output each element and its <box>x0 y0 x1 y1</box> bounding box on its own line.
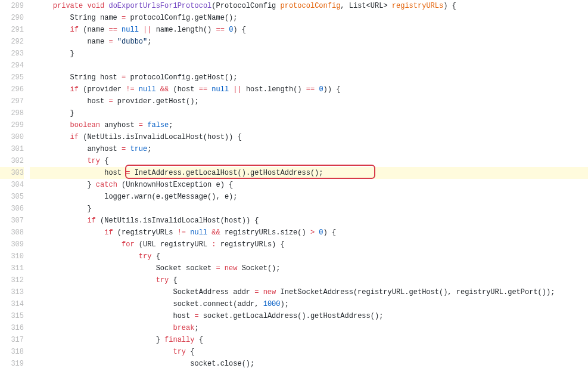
line-number[interactable]: 290 <box>0 12 24 24</box>
code-text: host = provider.getHost(); <box>30 97 199 106</box>
code-text: socket.connect(addr, 1000); <box>30 300 289 308</box>
code-line[interactable]: if (provider != null && (host == null ||… <box>30 84 588 95</box>
line-number[interactable]: 300 <box>0 131 24 143</box>
code-line[interactable]: try { <box>30 274 588 286</box>
line-number[interactable]: 302 <box>0 155 24 167</box>
code-text: } catch (UnknownHostException e) { <box>30 181 233 189</box>
code-text: try { <box>30 348 194 356</box>
code-line[interactable]: name = "dubbo"; <box>30 36 588 48</box>
code-text: } <box>30 109 74 117</box>
code-text: if (NetUtils.isInvalidLocalHost(host)) { <box>30 133 242 141</box>
line-number[interactable]: 308 <box>0 227 24 239</box>
code-line[interactable]: anyhost = true; <box>30 143 588 155</box>
code-line[interactable]: host = InetAddress.getLocalHost().getHos… <box>30 167 588 179</box>
code-line[interactable]: break; <box>30 322 588 334</box>
line-number[interactable]: 293 <box>0 48 24 60</box>
code-text: } <box>30 50 74 58</box>
code-text: socket.close(); <box>30 360 254 368</box>
line-number[interactable]: 296 <box>0 84 24 95</box>
line-number[interactable]: 303••• <box>0 167 24 179</box>
line-number[interactable]: 319 <box>0 358 24 368</box>
line-number[interactable]: 314 <box>0 298 24 310</box>
line-number[interactable]: 312 <box>0 274 24 286</box>
code-line[interactable]: SocketAddress addr = new InetSocketAddre… <box>30 286 588 298</box>
line-number[interactable]: 295 <box>0 72 24 84</box>
code-line[interactable]: } finally { <box>30 334 588 346</box>
code-text: name = "dubbo"; <box>30 38 151 46</box>
code-text: } finally { <box>30 336 203 344</box>
code-line[interactable]: try { <box>30 251 588 262</box>
code-text: anyhost = true; <box>30 145 151 153</box>
line-number[interactable]: 304 <box>0 179 24 191</box>
code-line[interactable]: } <box>30 203 588 215</box>
line-number[interactable]: 294 <box>0 60 24 72</box>
code-line[interactable]: if (registryURLs != null && registryURLs… <box>30 227 588 239</box>
code-line[interactable]: try { <box>30 155 588 167</box>
code-text: break; <box>30 324 199 332</box>
code-line[interactable]: Socket socket = new Socket(); <box>30 262 588 274</box>
code-text: private void doExportUrlsFor1Protocol(Pr… <box>30 2 456 10</box>
code-text: try { <box>30 276 178 284</box>
line-number[interactable]: 292 <box>0 36 24 48</box>
code-line[interactable]: } <box>30 48 588 60</box>
line-number[interactable]: 306 <box>0 203 24 215</box>
line-number[interactable]: 301 <box>0 143 24 155</box>
line-number[interactable]: 313 <box>0 286 24 298</box>
line-number[interactable]: 291 <box>0 24 24 36</box>
code-text: String name = protocolConfig.getName(); <box>30 14 238 22</box>
code-text: Socket socket = new Socket(); <box>30 264 281 273</box>
code-text: if (registryURLs != null && registryURLs… <box>30 228 336 237</box>
code-line[interactable] <box>30 60 588 72</box>
line-number[interactable]: 311 <box>0 262 24 274</box>
code-line[interactable]: if (NetUtils.isInvalidLocalHost(host)) { <box>30 215 588 227</box>
code-line[interactable]: logger.warn(e.getMessage(), e); <box>30 191 588 203</box>
code-line[interactable]: if (name == null || name.length() == 0) … <box>30 24 588 36</box>
line-number[interactable]: 307 <box>0 215 24 227</box>
code-text <box>30 61 36 70</box>
code-text: try { <box>30 252 160 261</box>
code-text: SocketAddress addr = new InetSocketAddre… <box>30 288 555 296</box>
line-number[interactable]: 310 <box>0 251 24 262</box>
code-line[interactable]: host = provider.getHost(); <box>30 95 588 107</box>
code-line[interactable]: if (NetUtils.isInvalidLocalHost(host)) { <box>30 131 588 143</box>
code-text: boolean anyhost = false; <box>30 121 173 129</box>
code-viewer: 2892902912922932942952962972982993003013… <box>0 0 588 368</box>
code-line[interactable]: String host = protocolConfig.getHost(); <box>30 72 588 84</box>
code-line[interactable]: for (URL registryURL : registryURLs) { <box>30 239 588 251</box>
code-text: for (URL registryURL : registryURLs) { <box>30 240 285 249</box>
line-number[interactable]: 289 <box>0 0 24 12</box>
code-line[interactable]: host = socket.getLocalAddress().getHostA… <box>30 310 588 322</box>
code-text: if (provider != null && (host == null ||… <box>30 85 340 94</box>
code-text: logger.warn(e.getMessage(), e); <box>30 193 238 201</box>
line-number[interactable]: 298 <box>0 107 24 119</box>
line-number[interactable]: 318 <box>0 346 24 358</box>
code-line[interactable]: String name = protocolConfig.getName(); <box>30 12 588 24</box>
code-body[interactable]: private void doExportUrlsFor1Protocol(Pr… <box>30 0 588 368</box>
line-number[interactable]: 317 <box>0 334 24 346</box>
line-number[interactable]: 309 <box>0 239 24 251</box>
code-line[interactable]: socket.close(); <box>30 358 588 368</box>
code-text: try { <box>30 157 108 165</box>
code-text: } <box>30 205 92 213</box>
code-line[interactable]: socket.connect(addr, 1000); <box>30 298 588 310</box>
code-line[interactable]: private void doExportUrlsFor1Protocol(Pr… <box>30 0 588 12</box>
line-number[interactable]: 297 <box>0 95 24 107</box>
code-line[interactable]: } catch (UnknownHostException e) { <box>30 179 588 191</box>
code-text: String host = protocolConfig.getHost(); <box>30 73 238 82</box>
code-line[interactable]: boolean anyhost = false; <box>30 119 588 131</box>
line-number[interactable]: 316 <box>0 322 24 334</box>
code-line[interactable]: try { <box>30 346 588 358</box>
code-text: host = socket.getLocalAddress().getHostA… <box>30 312 383 320</box>
line-number[interactable]: 299 <box>0 119 24 131</box>
code-text: host = InetAddress.getLocalHost().getHos… <box>30 169 323 177</box>
code-text: if (name == null || name.length() == 0) … <box>30 26 246 34</box>
line-number[interactable]: 305 <box>0 191 24 203</box>
line-number[interactable]: 315 <box>0 310 24 322</box>
code-text: if (NetUtils.isInvalidLocalHost(host)) { <box>30 217 259 225</box>
line-numbers-gutter: 2892902912922932942952962972982993003013… <box>0 0 30 368</box>
code-line[interactable]: } <box>30 107 588 119</box>
